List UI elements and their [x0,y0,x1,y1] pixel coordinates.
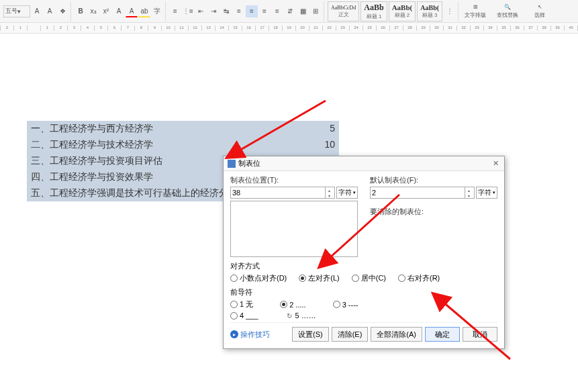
reload-icon: ↻ [285,311,293,320]
unit-combo[interactable]: 字符▾ [336,187,358,199]
clear-button[interactable]: 清除(E) [332,327,369,342]
leader-2-radio[interactable]: 2 ..... [280,299,305,309]
style-h1[interactable]: AaBb标题 1 [360,1,387,21]
ribbon-toolbar: 五号▾ A A ❖ B x₂ x² A A ab 字 ≡ ⋮≡ ⇤ ⇥ ↹ ≡ … [0,0,578,23]
indent-dec-icon[interactable]: ⇤ [195,5,207,17]
tips-link[interactable]: ▸操作技巧 [230,327,270,342]
char-border-icon[interactable]: 字 [151,5,163,17]
cursor-icon: ↖ [538,4,542,10]
style-normal[interactable]: AaBbCcDd正文 [328,1,359,21]
shading-icon[interactable]: ▦ [297,5,309,17]
numbering-icon[interactable]: ⋮≡ [182,5,194,17]
unit-combo-2[interactable]: 字符▾ [476,187,497,199]
clear-label: 要清除的制表位: [370,207,497,217]
bold-icon[interactable]: B [75,5,87,17]
styles-group: AaBbCcDd正文 AaBb标题 1 AaBb(标题 2 AaBb(标题 3 … [326,1,459,21]
align-justify-icon[interactable]: ≡ [271,5,283,17]
border-icon[interactable]: ⊞ [309,5,322,17]
set-button[interactable]: 设置(S) [292,327,329,342]
spin-up-icon[interactable]: ▴ [465,187,473,193]
clear-all-button[interactable]: 全部清除(A) [371,327,422,342]
align-right-radio[interactable]: 右对齐(R) [398,273,440,283]
clear-format-icon[interactable]: ❖ [56,5,68,17]
font-group: 五号▾ A A ❖ [1,1,71,21]
align-decimal-radio[interactable]: 小数点对齐(D) [230,273,287,283]
align-center-radio[interactable]: 居中(C) [352,273,386,283]
sub-icon[interactable]: x₂ [87,5,99,17]
tab-icon[interactable]: ↹ [220,5,232,17]
default-tab-label: 默认制表位(F): [370,175,497,185]
case-icon[interactable]: A [113,5,125,17]
ok-button[interactable]: 确定 [425,327,460,342]
ruler: 2112345678910111213141516171819202122232… [0,23,578,34]
leader-5-radio[interactable]: ↻5 …… [285,311,316,320]
leader-3-radio[interactable]: 3 ---- [333,299,358,309]
align-left-icon[interactable]: ≡ [233,5,245,17]
font-size-combo[interactable]: 五号▾ [3,5,30,17]
bullets-icon[interactable]: ≡ [169,5,181,17]
leader-1-radio[interactable]: 1 无 [230,299,253,309]
cancel-button[interactable]: 取消 [463,327,497,342]
text-layout-icon: ⊞ [473,4,478,10]
color-icon[interactable]: A [126,5,138,17]
text-layout-button[interactable]: ⊞ 文字排版 [460,1,491,21]
find-replace-button[interactable]: 🔍 查找替换 [492,1,523,21]
alignment-label: 对齐方式 [230,261,497,271]
highlight-icon[interactable]: ab [138,5,150,17]
doc-line[interactable]: 二、工程经济学与技术经济学10 [27,137,339,153]
select-button[interactable]: ↖ 选择 [524,1,555,21]
indent-inc-icon[interactable]: ⇥ [207,5,220,17]
tab-pos-input[interactable]: 38 ▴▾ [230,187,335,199]
style-h3[interactable]: AaBb(标题 3 [417,1,442,21]
dialog-titlebar[interactable]: 制表位 ✕ [224,156,504,171]
info-icon: ▸ [230,330,238,338]
paragraph-group: ≡ ⋮≡ ⇤ ⇥ ↹ ≡ ≡ ≡ ≡ ⇵ ▦ ⊞ [167,1,324,21]
align-left-radio[interactable]: 左对齐(L) [299,273,339,283]
increase-font-icon[interactable]: A [31,5,43,17]
default-tab-input[interactable]: 2 ▴▾ [370,187,475,199]
line-spacing-icon[interactable]: ⇵ [284,5,296,17]
tab-stops-dialog: 制表位 ✕ 制表位位置(T): 38 ▴▾ 字符▾ 默认制表位 [223,156,505,349]
sup-icon[interactable]: x² [100,5,112,17]
style-h2[interactable]: AaBb(标题 2 [389,1,416,21]
decrease-font-icon[interactable]: A [44,5,56,17]
tab-list[interactable] [230,201,358,257]
dialog-title: 制表位 [238,158,260,168]
font-style-group: B x₂ x² A A ab 字 [73,1,166,21]
close-icon[interactable]: ✕ [491,159,500,168]
dialog-app-icon [228,160,236,168]
find-icon: 🔍 [504,4,511,10]
doc-line[interactable]: 一、工程经济学与西方经济学5 [27,121,339,137]
spin-down-icon[interactable]: ▾ [325,193,333,198]
align-center-icon[interactable]: ≡ [246,5,258,17]
spin-down-icon[interactable]: ▾ [465,193,473,198]
style-more-icon[interactable]: ⋮ [444,5,456,17]
spin-up-icon[interactable]: ▴ [325,187,333,193]
align-right-icon[interactable]: ≡ [258,5,271,17]
leader-label: 前导符 [230,287,497,297]
tab-pos-label: 制表位位置(T): [230,175,358,185]
leader-4-radio[interactable]: 4 ___ [230,311,258,320]
page-area: 一、工程经济学与西方经济学5 二、工程经济学与技术经济学10 三、工程经济学与投… [0,34,578,389]
